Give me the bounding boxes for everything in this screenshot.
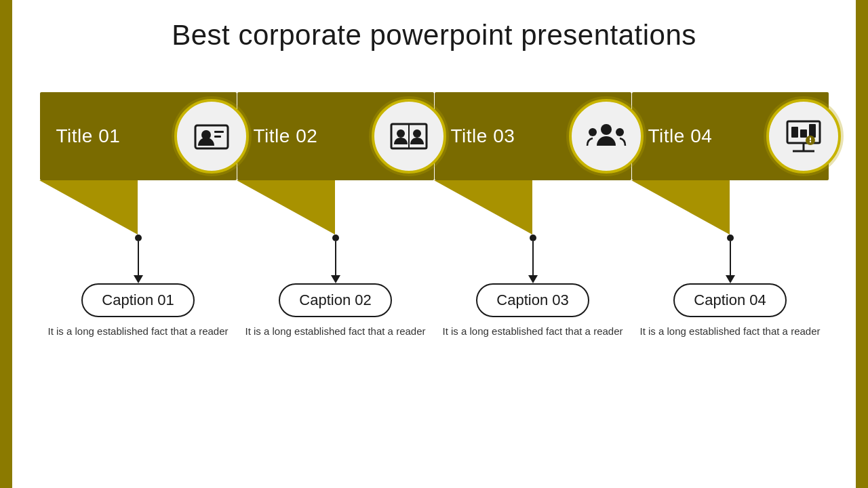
card-1-caption[interactable]: Caption 01 — [81, 283, 194, 317]
card-4-caption[interactable]: Caption 04 — [673, 283, 786, 317]
svg-rect-14 — [791, 127, 798, 138]
card-4-dot — [727, 235, 734, 241]
card-3-connector — [528, 235, 538, 283]
card-2-triangle — [237, 180, 335, 235]
card-1-banner: Title 01 — [40, 92, 237, 180]
card-3: Title 03 Caption 03 It is a long establi… — [434, 92, 631, 340]
card-3-line — [532, 241, 534, 275]
card-1-arrow — [134, 275, 143, 283]
card-4: Title 04 Caption 04 — [631, 92, 829, 340]
card-1-description: It is a long established fact that a rea… — [41, 324, 235, 340]
cards-container: Title 01 Caption 01 It is a long establi… — [12, 65, 856, 340]
card-4-circle — [766, 99, 841, 174]
svg-point-9 — [589, 128, 597, 136]
card-3-arrow — [528, 275, 538, 283]
card-2-dot — [332, 235, 339, 241]
side-bar-right — [856, 0, 868, 488]
card-2-arrow — [331, 275, 340, 283]
header: Best corporate powerpoint presentations — [0, 0, 868, 65]
card-3-triangle — [434, 180, 532, 235]
card-3-banner: Title 03 — [435, 92, 631, 180]
card-1-connector — [134, 235, 143, 283]
presentation-icon — [782, 115, 825, 158]
card-4-banner: Title 04 — [632, 92, 829, 180]
card-3-dot — [530, 235, 536, 241]
card-4-triangle — [631, 180, 730, 235]
card-2-connector — [331, 235, 340, 283]
svg-rect-15 — [800, 129, 807, 138]
card-2-circle — [372, 99, 446, 174]
card-1-circle — [174, 99, 249, 174]
card-4-description: It is a long established fact that a rea… — [633, 324, 827, 340]
card-4-line — [730, 241, 731, 275]
svg-rect-2 — [214, 131, 224, 133]
svg-point-5 — [397, 129, 405, 138]
card-3-circle — [569, 99, 644, 174]
svg-point-8 — [601, 124, 612, 135]
svg-rect-3 — [214, 136, 221, 138]
svg-point-6 — [413, 129, 421, 138]
svg-rect-16 — [809, 124, 816, 138]
card-1: Title 01 Caption 01 It is a long establi… — [39, 92, 237, 340]
id-card-icon — [190, 115, 233, 158]
card-3-description: It is a long established fact that a rea… — [436, 324, 630, 340]
card-4-connector — [726, 235, 735, 283]
svg-point-19 — [809, 141, 810, 142]
card-1-dot — [135, 235, 142, 241]
card-1-triangle — [39, 180, 138, 235]
card-2-caption[interactable]: Caption 02 — [279, 283, 391, 317]
card-1-line — [138, 241, 139, 275]
group-icon — [585, 115, 628, 158]
card-2-line — [335, 241, 336, 275]
card-4-arrow — [726, 275, 735, 283]
meeting-icon — [387, 115, 431, 158]
card-2: Title 02 Caption 02 It is a long establi… — [237, 92, 434, 340]
card-2-banner: Title 02 — [237, 92, 434, 180]
card-3-caption[interactable]: Caption 03 — [476, 283, 589, 317]
side-bar-left — [0, 0, 12, 488]
page-title: Best corporate powerpoint presentations — [0, 19, 868, 52]
card-2-description: It is a long established fact that a rea… — [239, 324, 433, 340]
svg-point-10 — [616, 128, 624, 136]
